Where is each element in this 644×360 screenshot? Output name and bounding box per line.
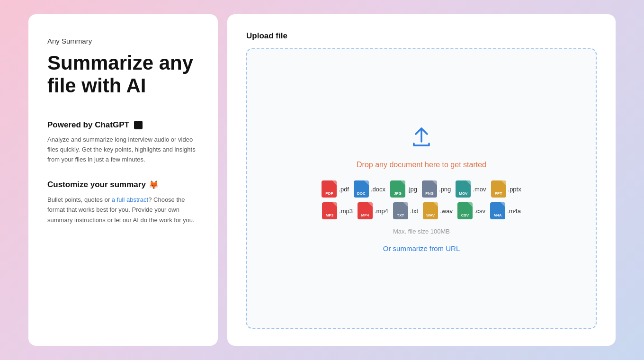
feature-customize: Customize your summary 🦊 Bullet points, … [47, 180, 199, 225]
png-icon: PNG [422, 180, 437, 198]
pptx-icon: PPT [491, 180, 506, 198]
file-badge-txt: TXT .txt [393, 202, 418, 219]
drop-zone[interactable]: Drop any document here to get started PD… [246, 48, 597, 329]
pdf-icon: PDF [322, 180, 337, 198]
app-name: Any Summary [47, 37, 199, 45]
upload-title: Upload file [246, 31, 597, 41]
feature-customize-desc: Bullet points, quotes or a full abstract… [47, 195, 199, 225]
file-badge-docx: DOC .docx [354, 180, 385, 198]
file-badge-wav: WAV .wav [423, 202, 453, 219]
main-title: Summarize any file with AI [47, 52, 199, 98]
mov-icon: MOV [456, 180, 471, 198]
mp3-icon: MP3 [322, 202, 337, 219]
file-types-row2: MP3 .mp3 MP4 .mp4 TXT .txt [322, 202, 521, 219]
mp4-icon: MP4 [358, 202, 373, 219]
max-size-label: Max. file size 100MB [393, 228, 450, 235]
file-badge-csv: CSV .csv [457, 202, 485, 219]
m4a-icon: M4A [490, 202, 505, 219]
feature-chatgpt-desc: Analyze and summarize long interview aud… [47, 135, 199, 165]
file-badge-pptx: PPT .pptx [491, 180, 521, 198]
feature-chatgpt: Powered by ChatGPT Analyze and summarize… [47, 120, 199, 165]
wav-icon: WAV [423, 202, 438, 219]
file-badge-mov: MOV .mov [456, 180, 486, 198]
drop-text: Drop any document here to get started [357, 161, 486, 169]
right-panel: Upload file Drop any document here to ge… [227, 14, 616, 346]
file-badge-mp4: MP4 .mp4 [358, 202, 388, 219]
chatgpt-icon [134, 121, 143, 129]
csv-icon: CSV [457, 202, 473, 219]
txt-icon: TXT [393, 202, 408, 219]
jpg-icon: JPG [390, 180, 405, 198]
file-badge-mp3: MP3 .mp3 [322, 202, 353, 219]
upload-icon [409, 125, 434, 151]
file-badge-jpg: JPG .jpg [390, 180, 417, 198]
left-panel: Any Summary Summarize any file with AI P… [28, 14, 218, 346]
docx-icon: DOC [354, 180, 369, 198]
file-badge-m4a: M4A .m4a [490, 202, 521, 219]
file-types-row1: PDF .pdf DOC .docx JPG .jpg [322, 180, 521, 198]
file-badge-png: PNG .png [422, 180, 451, 198]
feature-customize-title: Customize your summary 🦊 [47, 180, 199, 190]
file-badge-pdf: PDF .pdf [322, 180, 349, 198]
main-container: Any Summary Summarize any file with AI P… [28, 14, 616, 346]
customize-emoji: 🦊 [149, 180, 159, 190]
feature-chatgpt-title: Powered by ChatGPT [47, 120, 199, 130]
summarize-url-link[interactable]: Or summarize from URL [383, 244, 460, 252]
